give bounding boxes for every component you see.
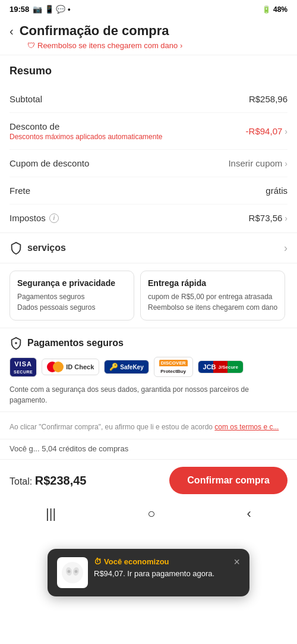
nav-bar: ||| ○ ‹ — [0, 500, 297, 533]
desconto-left: Desconto de Descontos máximos aplicados … — [10, 121, 162, 141]
svg-point-1 — [62, 562, 83, 583]
mc-circles-icon — [47, 362, 64, 372]
safekey-badge: 🔑 SafeKey — [104, 360, 148, 374]
payments-section: Pagamentos seguros VISA SECURE ID Check … — [0, 328, 297, 412]
mc-idcheck-label: ID Check — [66, 363, 94, 370]
toast-content: ⏱ Você economizou R$94,07. Ir para pagam… — [94, 557, 228, 579]
nav-back-icon[interactable]: ‹ — [247, 506, 251, 522]
mc-yellow-circle — [53, 362, 64, 372]
header-subtitle[interactable]: 🛡 Reembolso se itens chegarem com dano › — [27, 41, 287, 50]
payments-shield-icon — [10, 337, 23, 350]
cupom-value: Inserir cupom › — [228, 158, 287, 168]
jcb-badge: JCB J/Secure — [198, 360, 244, 373]
card-security: Segurança e privacidade Pagamentos segur… — [10, 271, 134, 321]
shield-icon — [10, 241, 23, 255]
cupom-chevron: › — [285, 159, 287, 168]
desconto-row[interactable]: Desconto de Descontos máximos aplicados … — [10, 113, 287, 150]
jcb-secure-label: J/Secure — [219, 365, 238, 370]
services-section-header[interactable]: serviços › — [0, 233, 297, 263]
frete-row: Frete grátis — [10, 177, 287, 205]
desconto-label: Desconto de — [10, 121, 162, 131]
earbuds-icon — [59, 560, 86, 586]
desconto-value: -R$94,07 › — [246, 126, 287, 136]
impostos-info-icon[interactable]: i — [49, 213, 59, 223]
impostos-label: Impostos i — [10, 213, 59, 223]
shield-small-icon: 🛡 — [27, 41, 35, 50]
total-amount: R$238,45 — [35, 474, 87, 487]
payment-logos: VISA SECURE ID Check 🔑 SafeKey DISCOVER … — [10, 357, 287, 377]
resumo-section: Resumo Subtotal R$258,96 Desconto de Des… — [0, 55, 297, 233]
nav-menu-icon[interactable]: ||| — [46, 506, 56, 522]
toast-close-button[interactable]: × — [233, 556, 240, 568]
card-delivery-text: cupom de R$5,00 por entrega atrasada Ree… — [148, 291, 277, 313]
toast-clock-icon: ⏱ — [94, 557, 102, 566]
subtotal-value: R$258,96 — [249, 94, 287, 104]
page-title: Confirmação de compra — [20, 23, 169, 39]
terms-text: Ao clicar "Confirmar compra", eu afirmo … — [10, 422, 287, 433]
desconto-sublabel: Descontos máximos aplicados automaticame… — [10, 133, 162, 141]
impostos-value: R$73,56 › — [249, 213, 287, 223]
battery-icon: 🔋 — [262, 5, 271, 14]
subtotal-row: Subtotal R$258,96 — [10, 86, 287, 113]
battery-label: 48% — [273, 5, 287, 14]
card-security-title: Segurança e privacidade — [17, 278, 127, 288]
visa-text: VISA — [14, 360, 32, 367]
svg-point-5 — [75, 570, 78, 573]
subtitle-text: Reembolso se itens chegarem com dano › — [37, 41, 182, 50]
discover-top-label: DISCOVER — [159, 360, 188, 366]
time-label: 19:58 — [10, 5, 29, 14]
payments-description: Conte com a segurança dos seus dados, ga… — [10, 384, 287, 406]
confirm-button[interactable]: Confirmar compra — [169, 467, 287, 494]
card-security-text: Pagamentos seguros Dados pessoais seguro… — [17, 291, 127, 313]
terms-link[interactable]: com os termos e c... — [214, 423, 279, 431]
svg-point-4 — [68, 570, 71, 573]
status-time: 19:58 📷 📱 💬 • — [10, 5, 71, 14]
subtotal-label: Subtotal — [10, 94, 42, 104]
nav-home-icon[interactable]: ○ — [147, 506, 155, 522]
services-chevron: › — [284, 242, 287, 255]
services-cards: Segurança e privacidade Pagamentos segur… — [0, 263, 297, 328]
discover-badge: DISCOVER ProtectBuy — [154, 357, 193, 377]
status-bar: 19:58 📷 📱 💬 • 🔋 48% — [0, 0, 297, 17]
mastercard-badge: ID Check — [42, 359, 99, 375]
cupom-row[interactable]: Cupom de desconto Inserir cupom › — [10, 150, 287, 177]
card-delivery-title: Entrega rápida — [148, 278, 277, 288]
visa-secure-text: SECURE — [14, 370, 33, 374]
toast-title: ⏱ Você economizou — [94, 557, 228, 566]
payments-title-row: Pagamentos seguros — [10, 337, 287, 350]
cupom-label: Cupom de desconto — [10, 158, 89, 168]
svg-point-0 — [15, 342, 17, 344]
frete-label: Frete — [10, 186, 30, 196]
status-icons: 📷 📱 💬 • — [33, 5, 70, 14]
desconto-chevron: › — [285, 127, 287, 136]
back-button[interactable]: ‹ — [10, 24, 14, 38]
toast-notification: ⏱ Você economizou R$94,07. Ir para pagam… — [48, 549, 249, 596]
card-delivery: Entrega rápida cupom de R$5,00 por entre… — [140, 271, 285, 321]
visa-badge: VISA SECURE — [10, 357, 37, 377]
jcb-label: JCB — [203, 363, 216, 370]
total-container: Total: R$238,45 — [10, 474, 86, 488]
status-right: 🔋 48% — [262, 5, 287, 14]
impostos-chevron: › — [285, 213, 287, 223]
resumo-title: Resumo — [10, 65, 287, 77]
bottom-bar: Total: R$238,45 Confirmar compra — [0, 459, 297, 500]
safekey-label: SafeKey — [120, 364, 143, 370]
safekey-icon: 🔑 — [109, 363, 118, 371]
credits-text: Você g... 5,04 créditos de compras — [0, 439, 297, 459]
protectbuy-label: ProtectBuy — [160, 369, 186, 374]
terms-section: Ao clicar "Confirmar compra", eu afirmo … — [0, 412, 297, 439]
toast-body[interactable]: R$94,07. Ir para pagamento agora. — [94, 568, 228, 579]
total-label: Total: — [10, 476, 32, 486]
services-title: serviços — [27, 243, 66, 253]
payments-title: Pagamentos seguros — [27, 338, 124, 348]
toast-product-image — [57, 557, 88, 588]
impostos-row[interactable]: Impostos i R$73,56 › — [10, 205, 287, 233]
header: ‹ Confirmação de compra 🛡 Reembolso se i… — [0, 17, 297, 55]
services-left: serviços — [10, 241, 66, 255]
frete-value: grátis — [266, 186, 287, 196]
